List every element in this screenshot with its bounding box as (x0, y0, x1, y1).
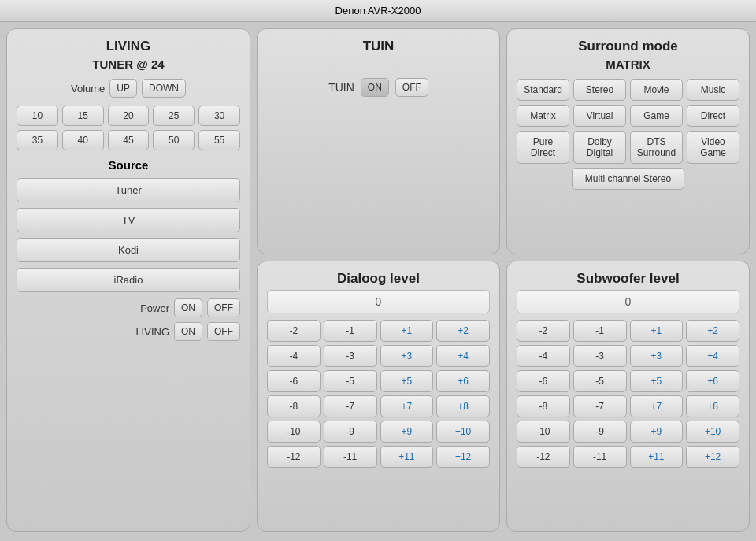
number-grid: 10152025303540455055 (17, 106, 240, 150)
level-button-plus6[interactable]: +6 (686, 370, 739, 392)
level-button-minus12[interactable]: -12 (267, 446, 321, 468)
surround-button-music[interactable]: Music (687, 79, 739, 101)
level-button-minus2[interactable]: -2 (517, 320, 570, 342)
level-button-minus11[interactable]: -11 (573, 446, 627, 468)
tuin-off-button[interactable]: OFF (395, 78, 428, 97)
level-button-plus11[interactable]: +11 (380, 446, 434, 468)
level-button-plus9[interactable]: +9 (380, 421, 434, 443)
level-button-minus7[interactable]: -7 (324, 395, 377, 417)
channel-button-45[interactable]: 45 (108, 130, 150, 150)
level-button-minus6[interactable]: -6 (267, 370, 321, 392)
level-button-plus10[interactable]: +10 (436, 421, 490, 443)
level-button-plus4[interactable]: +4 (436, 345, 490, 367)
power-off-button[interactable]: OFF (207, 298, 240, 317)
living-on-button[interactable]: ON (174, 322, 202, 341)
channel-button-10[interactable]: 10 (17, 106, 58, 126)
level-button-plus4[interactable]: +4 (686, 345, 739, 367)
channel-button-50[interactable]: 50 (153, 130, 195, 150)
surround-button-dolby-digital[interactable]: Dolby Digital (573, 131, 626, 164)
level-button-minus5[interactable]: -5 (573, 370, 627, 392)
volume-down-button[interactable]: DOWN (142, 79, 186, 98)
power-label: Power (140, 302, 169, 314)
level-button-plus12[interactable]: +12 (436, 446, 490, 468)
surround-button-stereo[interactable]: Stereo (573, 79, 626, 101)
level-button-minus5[interactable]: -5 (324, 370, 377, 392)
level-button-minus11[interactable]: -11 (324, 446, 377, 468)
level-button-minus4[interactable]: -4 (267, 345, 321, 367)
channel-button-40[interactable]: 40 (62, 130, 104, 150)
subwoofer-title: Subwoofer level (517, 271, 739, 287)
level-button-minus6[interactable]: -6 (517, 370, 570, 392)
source-button-tv[interactable]: TV (17, 208, 240, 232)
level-button-minus9[interactable]: -9 (573, 421, 627, 443)
dialoog-value: 0 (267, 290, 490, 313)
level-button-plus8[interactable]: +8 (436, 395, 490, 417)
surround-button-game[interactable]: Game (630, 105, 683, 127)
surround-grid-row1: StandardStereoMovieMusic (517, 79, 739, 101)
level-button-plus8[interactable]: +8 (686, 395, 739, 417)
level-button-minus3[interactable]: -3 (324, 345, 377, 367)
level-button-plus12[interactable]: +12 (686, 446, 739, 468)
power-on-button[interactable]: ON (174, 298, 202, 317)
volume-row: Volume UP DOWN (17, 79, 240, 98)
surround-button-standard[interactable]: Standard (517, 79, 569, 101)
level-button-minus12[interactable]: -12 (517, 446, 570, 468)
level-button-plus6[interactable]: +6 (436, 370, 490, 392)
level-button-plus3[interactable]: +3 (630, 345, 684, 367)
power-section: Power ON OFF LIVING ON OFF (17, 298, 240, 341)
dialoog-panel: Dialoog level 0 -2-1+1+2-4-3+3+4-6-5+5+6… (257, 261, 500, 532)
level-button-minus10[interactable]: -10 (267, 421, 321, 443)
channel-button-25[interactable]: 25 (153, 106, 195, 126)
level-button-plus9[interactable]: +9 (630, 421, 684, 443)
source-button-kodi[interactable]: Kodi (17, 238, 240, 262)
tuin-on-button[interactable]: ON (361, 78, 389, 97)
level-button-plus7[interactable]: +7 (630, 395, 684, 417)
level-button-minus2[interactable]: -2 (267, 320, 321, 342)
level-button-minus8[interactable]: -8 (267, 395, 321, 417)
channel-button-30[interactable]: 30 (198, 106, 240, 126)
channel-button-20[interactable]: 20 (108, 106, 150, 126)
multi-channel-stereo-button[interactable]: Multi channel Stereo (572, 168, 684, 190)
level-button-minus9[interactable]: -9 (324, 421, 377, 443)
level-button-plus3[interactable]: +3 (380, 345, 434, 367)
channel-button-35[interactable]: 35 (17, 130, 58, 150)
level-button-plus1[interactable]: +1 (380, 320, 434, 342)
living-off-button[interactable]: OFF (207, 322, 240, 341)
multi-channel-row: Multi channel Stereo (517, 168, 739, 190)
surround-button-matrix[interactable]: Matrix (517, 105, 569, 127)
source-title: Source (17, 158, 240, 172)
channel-button-15[interactable]: 15 (62, 106, 104, 126)
level-button-plus5[interactable]: +5 (630, 370, 684, 392)
level-button-plus7[interactable]: +7 (380, 395, 434, 417)
level-button-minus1[interactable]: -1 (573, 320, 627, 342)
surround-button-movie[interactable]: Movie (630, 79, 683, 101)
level-button-plus1[interactable]: +1 (630, 320, 684, 342)
level-button-minus1[interactable]: -1 (324, 320, 377, 342)
level-button-plus5[interactable]: +5 (380, 370, 434, 392)
level-button-minus4[interactable]: -4 (517, 345, 570, 367)
level-button-minus8[interactable]: -8 (517, 395, 570, 417)
living-title: LIVING (17, 39, 240, 54)
source-button-tuner[interactable]: Tuner (17, 178, 240, 202)
source-button-iradio[interactable]: iRadio (17, 268, 240, 292)
surround-grid-row2: MatrixVirtualGameDirect (517, 105, 739, 127)
surround-button-pure-direct[interactable]: Pure Direct (517, 131, 569, 164)
level-button-plus2[interactable]: +2 (436, 320, 490, 342)
tuin-panel: TUIN TUIN ON OFF (257, 28, 500, 254)
living-label: LIVING (135, 326, 169, 338)
level-button-plus10[interactable]: +10 (686, 421, 739, 443)
level-button-plus11[interactable]: +11 (630, 446, 684, 468)
level-button-minus10[interactable]: -10 (517, 421, 570, 443)
dialoog-title: Dialoog level (267, 271, 490, 287)
surround-button-virtual[interactable]: Virtual (573, 105, 626, 127)
level-button-minus3[interactable]: -3 (573, 345, 627, 367)
volume-up-button[interactable]: UP (109, 79, 137, 98)
surround-button-direct[interactable]: Direct (687, 105, 739, 127)
level-button-plus2[interactable]: +2 (686, 320, 739, 342)
subwoofer-panel: Subwoofer level 0 -2-1+1+2-4-3+3+4-6-5+5… (506, 261, 750, 532)
channel-button-55[interactable]: 55 (198, 130, 240, 150)
surround-button-dts-surround[interactable]: DTS Surround (630, 131, 683, 164)
subwoofer-grid: -2-1+1+2-4-3+3+4-6-5+5+6-8-7+7+8-10-9+9+… (517, 320, 739, 468)
surround-button-video-game[interactable]: Video Game (687, 131, 739, 164)
level-button-minus7[interactable]: -7 (573, 395, 627, 417)
